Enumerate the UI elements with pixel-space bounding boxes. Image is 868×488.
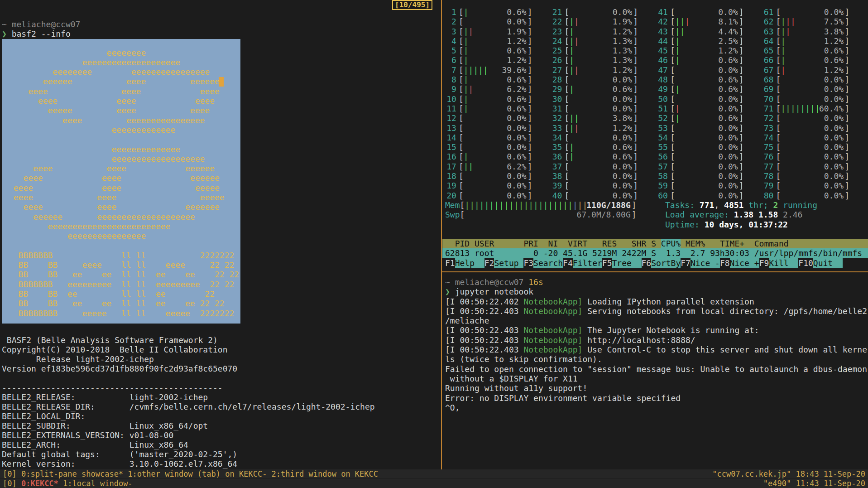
- cpu-meter-50: 50[0.0%]: [657, 94, 762, 104]
- tmux-host-clock: "e490" 11:43 11-Sep-20: [763, 479, 865, 488]
- cpu-meter-33: 33[||1.2%]: [551, 123, 657, 133]
- cpu-meter-8: 8[|0.6%]: [445, 75, 551, 84]
- cpu-meter-2: 2[0.0%]: [445, 17, 551, 26]
- log-line: Error: no DISPLAY environment variable s…: [445, 393, 868, 403]
- cpu-meter-21: 21[0.0%]: [551, 7, 657, 17]
- cpu-meter-20: 20[0.0%]: [445, 191, 551, 200]
- cpu-meter-43: 43[||4.4%]: [657, 27, 762, 36]
- cpu-meter-66: 66[|0.6%]: [762, 55, 868, 65]
- cpu-meter-79: 79[0.0%]: [762, 181, 868, 190]
- fnkey-f8[interactable]: F8Nice +: [720, 258, 759, 268]
- cpu-meter-5: 5[|0.6%]: [445, 46, 551, 55]
- prompt-arrow: ❯: [445, 287, 450, 296]
- cpu-meter-10: 10[|0.6%]: [445, 94, 551, 104]
- cpu-meter-26: 26[|1.3%]: [551, 55, 657, 65]
- htop-function-key-bar: F1HelpF2SetupF3SearchF4FilterF5TreeF6Sor…: [445, 258, 868, 268]
- cpu-meter-9: 9[||6.2%]: [445, 84, 551, 94]
- cpu-meter-45: 45[|1.2%]: [657, 46, 762, 55]
- cpu-meter-53: 53[0.0%]: [657, 123, 762, 133]
- cpu-meter-52: 52[|0.6%]: [657, 113, 762, 123]
- cpu-meter-40: 40[0.0%]: [551, 191, 657, 200]
- cpu-meter-72: 72[0.0%]: [762, 113, 868, 123]
- process-row-selected[interactable]: 62813 root 0 -20 45.1G 5219M 2422M S 1.3…: [442, 248, 868, 258]
- cpu-meter-31: 31[0.0%]: [551, 104, 657, 113]
- cpu-meter-28: 28[0.0%]: [551, 75, 657, 84]
- cpu-meter-69: 69[0.0%]: [762, 84, 868, 94]
- cpu-meter-75: 75[0.0%]: [762, 142, 868, 152]
- load-average-line: Load average: 1.38 1.58 2.46: [665, 210, 817, 219]
- cpu-meter-68: 68[0.0%]: [762, 75, 868, 84]
- cpu-meter-55: 55[0.0%]: [657, 142, 762, 152]
- cursor-block: [219, 77, 224, 87]
- fnkey-f1[interactable]: F1Help: [445, 258, 484, 268]
- cpu-meter-30: 30[0.0%]: [551, 94, 657, 104]
- tab-indicator: [10/495]: [392, 0, 432, 10]
- cpu-meter-59: 59[0.0%]: [657, 181, 762, 190]
- basf2-info-text: BASF2 (Belle Analysis Software Framework…: [2, 335, 441, 469]
- log-line: Running without a11y support!: [445, 383, 868, 393]
- tasks-line: Tasks: 771, 4851 thr; 2 running: [665, 200, 817, 210]
- fnkey-f2[interactable]: F2Setup: [484, 258, 524, 268]
- cpu-meter-37: 37[0.0%]: [551, 162, 657, 171]
- cpu-meter-71: 71[||||||||60.4%]: [762, 104, 868, 113]
- tmux-status-bar-local: [0] 0:KEKCC* 1:local window- "e490" 11:4…: [0, 479, 868, 488]
- memory-meters-row: Mem[|||||||||||||||||||||||||110G/188G] …: [445, 200, 868, 229]
- log-line: [I 00:50:22.403 NotebookApp] http://loca…: [445, 335, 868, 345]
- cpu-meter-36: 36[|0.6%]: [551, 152, 657, 161]
- sort-column-cpu[interactable]: CPU%: [661, 239, 681, 248]
- fnkey-f7[interactable]: F7Nice -: [681, 258, 720, 268]
- cpu-meter-80: 80[0.0%]: [762, 191, 868, 200]
- system-stats: Tasks: 771, 4851 thr; 2 running Load ave…: [665, 200, 817, 229]
- tmux-status-bar-remote: [0] 0:split-pane showcase* 1:other windo…: [0, 469, 868, 478]
- cpu-meter-29: 29[|0.6%]: [551, 84, 657, 94]
- cpu-meter-77: 77[0.0%]: [762, 162, 868, 171]
- cpu-meter-62: 62[|||7.5%]: [762, 17, 868, 26]
- cpu-meter-25: 25[|1.3%]: [551, 46, 657, 55]
- fnkey-f5[interactable]: F5Tree: [602, 258, 642, 268]
- fnkey-f10[interactable]: F10Quit: [798, 258, 843, 268]
- log-line: without a $DISPLAY for X11: [445, 374, 868, 383]
- left-shell-pane[interactable]: ~ meliache@ccw07 ❯ basf2 --info eeeeeeee…: [0, 0, 441, 469]
- cpu-meter-67: 67[|1.2%]: [762, 65, 868, 75]
- log-line: [I 00:50:22.402 NotebookApp] Loading IPy…: [445, 297, 868, 306]
- log-line: Failed to open connection to "session" m…: [445, 364, 868, 374]
- fnkey-f6[interactable]: F6SortBy: [642, 258, 681, 268]
- cpu-meter-24: 24[||1.3%]: [551, 36, 657, 46]
- cpu-meter-22: 22[||1.9%]: [551, 17, 657, 26]
- mem-value: 110G/188G: [586, 200, 631, 210]
- fnkey-f9[interactable]: F9Kill: [759, 258, 799, 268]
- cpu-meter-4: 4[|1.2%]: [445, 36, 551, 46]
- cpu-meter-18: 18[0.0%]: [445, 171, 551, 181]
- tmux-window-active: 0:KEKCC*: [21, 479, 58, 488]
- cpu-meter-58: 58[0.0%]: [657, 171, 762, 181]
- cpu-meter-34: 34[0.0%]: [551, 133, 657, 142]
- tmux-window-list[interactable]: [0] 0:split-pane showcase* 1:other windo…: [3, 469, 378, 478]
- cpu-meter-78: 78[0.0%]: [762, 171, 868, 181]
- mem-bar: |||||||||||||||||||||||||: [465, 200, 587, 210]
- pane-divider-vertical[interactable]: [441, 0, 442, 469]
- cpu-meter-63: 63[||3.8%]: [762, 27, 868, 36]
- cpu-meter-44: 44[|2.5%]: [657, 36, 762, 46]
- cpu-meters-grid: 1[|0.6%]2[0.0%]3[||1.9%]4[|1.2%]5[|0.6%]…: [445, 7, 868, 200]
- cpu-meter-46: 46[|0.6%]: [657, 55, 762, 65]
- mem-label: Mem: [445, 200, 460, 210]
- command-text: jupyter notebook: [455, 287, 533, 296]
- jupyter-shell-pane[interactable]: ~ meliache@ccw07 16s ❯ jupyter notebook …: [442, 274, 868, 469]
- cpu-meter-15: 15[0.0%]: [445, 142, 551, 152]
- cpu-meter-51: 51[|0.0%]: [657, 104, 762, 113]
- cpu-meter-49: 49[|0.6%]: [657, 84, 762, 94]
- cpu-meter-47: 47[0.0%]: [657, 65, 762, 75]
- cpu-meter-6: 6[|1.2%]: [445, 55, 551, 65]
- tmux-window-list[interactable]: [0] 0:KEKCC* 1:local window-: [3, 479, 133, 488]
- cpu-meter-48: 48[0.6%]: [657, 75, 762, 84]
- cpu-meter-65: 65[|0.6%]: [762, 46, 868, 55]
- fnkey-f3[interactable]: F3Search: [523, 258, 563, 268]
- fnkey-f4[interactable]: F4Filter: [563, 258, 602, 268]
- cpu-meter-76: 76[0.0%]: [762, 152, 868, 161]
- cpu-meter-39: 39[0.0%]: [551, 181, 657, 190]
- cpu-meter-12: 12[0.0%]: [445, 113, 551, 123]
- htop-pane[interactable]: 1[|0.6%]2[0.0%]3[||1.9%]4[|1.2%]5[|0.6%]…: [442, 0, 868, 271]
- pane-divider-horizontal[interactable]: [442, 271, 868, 272]
- cpu-meter-23: 23[|1.2%]: [551, 27, 657, 36]
- process-table-header[interactable]: PID USER PRI NI VIRT RES SHR S CPU% MEM%…: [442, 239, 868, 248]
